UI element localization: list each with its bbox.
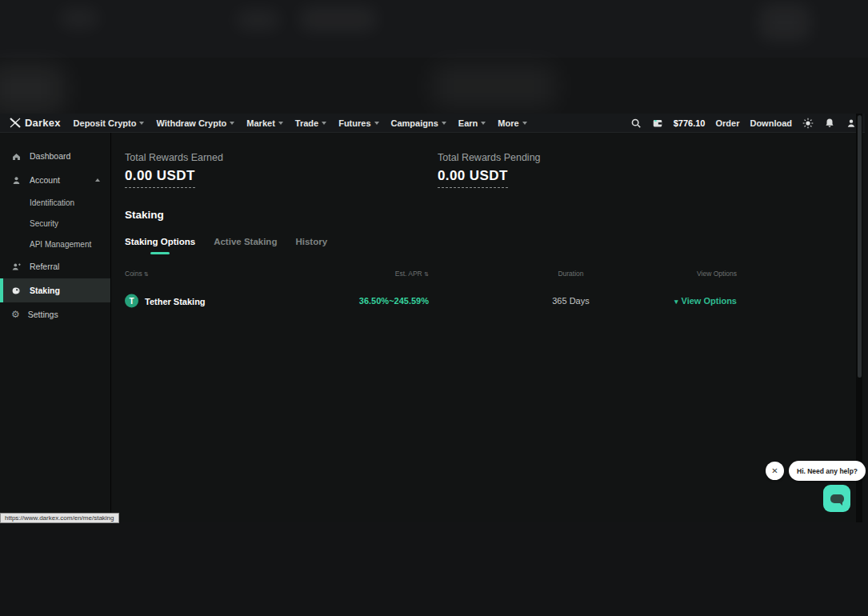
sidebar-item-label: Referral — [30, 262, 59, 271]
download-link[interactable]: Download — [750, 118, 792, 128]
nav-more[interactable]: More — [498, 118, 526, 128]
chat-greeting-bubble[interactable]: Hi. Need any help? — [789, 461, 866, 481]
nav-campaigns[interactable]: Campaigns — [391, 118, 446, 128]
sidebar-item-label: Staking — [30, 286, 60, 295]
sidebar-item-identification[interactable]: Identification — [0, 192, 110, 213]
chevron-down-icon — [481, 122, 486, 125]
rewards-pending-value: 0.00 USDT — [438, 168, 508, 188]
nav-label: Campaigns — [391, 118, 438, 128]
sidebar: Dashboard Account Identification Securit… — [0, 133, 111, 522]
blur-blob — [432, 64, 556, 108]
table-header-row: Coins ⇅ Est. APR ⇅ Duration View Options — [125, 270, 737, 279]
chevron-down-icon — [139, 122, 144, 125]
user-icon[interactable] — [846, 118, 857, 129]
sun-icon[interactable] — [802, 118, 814, 129]
nav-market[interactable]: Market — [246, 118, 282, 128]
nav-earn[interactable]: Earn — [458, 118, 486, 128]
sidebar-item-api-management[interactable]: API Management — [0, 234, 110, 254]
chevron-up-icon — [95, 178, 100, 182]
bell-icon[interactable] — [824, 118, 835, 129]
main-content: Total Rewards Earned 0.00 USDT Total Rew… — [111, 133, 865, 522]
sidebar-item-security[interactable]: Security — [0, 213, 110, 234]
nav-label: Futures — [338, 118, 370, 128]
chevron-down-icon — [442, 122, 446, 125]
top-navbar: Darkex Deposit Crypto Withdraw Crypto Ma… — [0, 114, 865, 133]
duration-value: 365 Days — [429, 296, 713, 306]
blur-blob — [236, 11, 280, 29]
chevron-down-icon — [374, 122, 379, 125]
rewards-earned-label: Total Rewards Earned — [125, 152, 438, 163]
chevron-down-icon — [322, 122, 326, 125]
sidebar-item-label: API Management — [30, 240, 91, 249]
chat-launcher-button[interactable] — [823, 485, 850, 512]
chat-bubble-icon — [830, 494, 844, 503]
rewards-earned-block: Total Rewards Earned 0.00 USDT — [125, 152, 438, 188]
nav-deposit-crypto[interactable]: Deposit Crypto — [74, 118, 145, 128]
nav-futures[interactable]: Futures — [338, 118, 378, 128]
sidebar-item-label: Account — [30, 175, 60, 185]
chevron-down-icon — [278, 122, 283, 125]
blur-blob — [0, 66, 64, 112]
page-title: Staking — [125, 209, 865, 221]
blur-blob — [300, 8, 376, 30]
rewards-pending-label: Total Rewards Pending — [438, 152, 541, 163]
wallet-icon[interactable] — [652, 118, 663, 129]
scrollbar-thumb[interactable] — [858, 115, 862, 378]
coin-icon — [11, 286, 22, 296]
sidebar-item-label: Identification — [30, 198, 74, 207]
wallet-balance[interactable]: $776.10 — [674, 118, 706, 128]
blur-blob — [60, 10, 98, 27]
nav-label: More — [498, 118, 518, 128]
sidebar-item-staking[interactable]: Staking — [0, 278, 110, 302]
chevron-down-icon — [522, 122, 527, 125]
navbar-right-group: $776.10 Order Download — [630, 118, 857, 129]
nav-label: Earn — [458, 118, 478, 128]
tab-active-staking[interactable]: Active Staking — [214, 237, 277, 248]
column-header-view-options: View Options — [697, 270, 737, 278]
sidebar-item-settings[interactable]: ⚙ Settings — [0, 302, 110, 326]
tab-staking-options[interactable]: Staking Options — [125, 237, 195, 248]
browser-tabstrip-blurred — [0, 0, 868, 58]
view-options-button[interactable]: ▾View Options — [674, 296, 737, 306]
brand-name: Darkex — [25, 117, 61, 129]
sidebar-item-label: Security — [30, 219, 58, 228]
rewards-earned-value: 0.00 USDT — [125, 168, 195, 188]
chevron-down-icon — [230, 122, 234, 125]
column-header-apr[interactable]: Est. APR ⇅ — [125, 270, 429, 278]
sidebar-item-label: Dashboard — [30, 151, 70, 161]
user-icon — [11, 175, 22, 186]
tab-history[interactable]: History — [295, 237, 327, 248]
darkex-logo[interactable]: Darkex — [10, 117, 61, 129]
nav-label: Trade — [295, 118, 318, 128]
sidebar-item-account[interactable]: Account — [0, 168, 110, 192]
browser-status-bar: https://www.darkex.com/en/me/staking — [0, 513, 119, 523]
gear-icon: ⚙ — [11, 310, 20, 319]
nav-label: Withdraw Crypto — [156, 118, 226, 128]
order-link[interactable]: Order — [715, 118, 739, 128]
sidebar-item-label: Settings — [28, 310, 58, 319]
caret-down-icon: ▾ — [674, 298, 678, 306]
rewards-summary: Total Rewards Earned 0.00 USDT Total Rew… — [125, 152, 865, 188]
nav-withdraw-crypto[interactable]: Withdraw Crypto — [156, 118, 234, 128]
chat-dismiss-button[interactable]: ✕ — [766, 462, 784, 480]
search-icon[interactable] — [630, 118, 642, 129]
close-icon: ✕ — [771, 466, 778, 475]
darkex-logo-icon — [10, 118, 21, 128]
rewards-pending-block: Total Rewards Pending 0.00 USDT — [438, 152, 541, 188]
nav-label: Market — [246, 118, 274, 128]
staking-tabs: Staking Options Active Staking History — [125, 237, 865, 248]
staking-options-table: Coins ⇅ Est. APR ⇅ Duration View Options — [125, 270, 737, 313]
user-plus-icon — [11, 262, 22, 272]
apr-value: 36.50%~245.59% — [125, 296, 429, 306]
blur-blob — [760, 5, 810, 40]
nav-label: Deposit Crypto — [74, 118, 137, 128]
darkex-app-window: Darkex Deposit Crypto Withdraw Crypto Ma… — [0, 114, 865, 522]
sidebar-item-dashboard[interactable]: Dashboard — [0, 144, 110, 168]
table-row: T Tether Staking 36.50%~245.59% 365 Days… — [125, 289, 737, 313]
browser-chrome-blurred — [0, 0, 868, 114]
column-header-duration: Duration — [429, 270, 713, 278]
sidebar-item-referral[interactable]: Referral — [0, 254, 110, 278]
nav-trade[interactable]: Trade — [295, 118, 326, 128]
home-icon — [11, 151, 22, 162]
